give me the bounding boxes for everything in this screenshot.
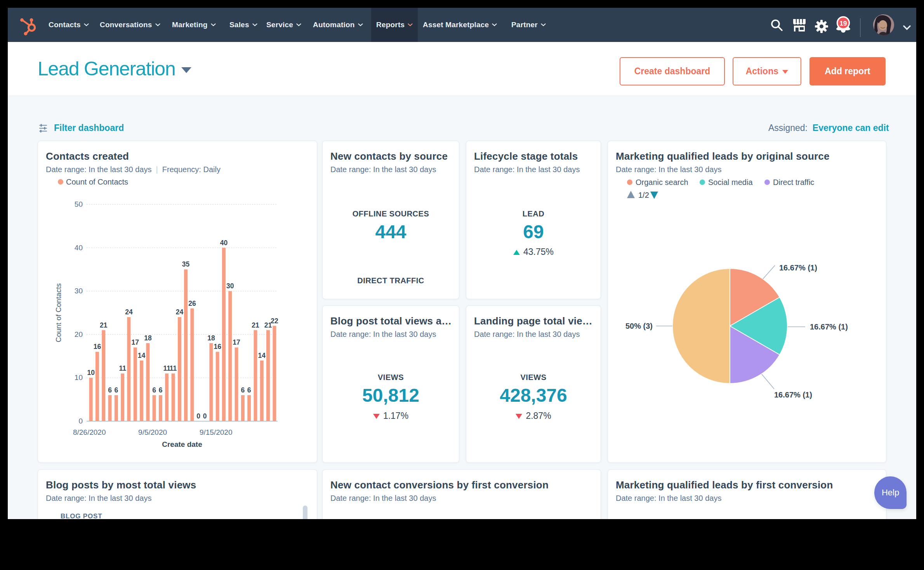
svg-text:17: 17: [131, 338, 139, 346]
svg-text:50: 50: [75, 200, 83, 208]
svg-text:6: 6: [159, 386, 163, 394]
svg-text:21: 21: [100, 321, 108, 329]
svg-text:9/15/2020: 9/15/2020: [200, 428, 233, 436]
svg-text:9/5/2020: 9/5/2020: [138, 428, 167, 436]
svg-text:50% (3): 50% (3): [625, 322, 653, 330]
svg-text:19: 19: [840, 20, 847, 27]
svg-text:0: 0: [196, 412, 200, 420]
svg-text:14: 14: [138, 352, 146, 359]
svg-text:16.67% (1): 16.67% (1): [774, 390, 812, 399]
svg-text:35: 35: [182, 260, 190, 268]
svg-text:16: 16: [94, 343, 101, 350]
svg-text:30: 30: [226, 282, 234, 290]
svg-text:Direct traffic: Direct traffic: [773, 178, 814, 187]
svg-text:40: 40: [220, 239, 228, 247]
svg-text:0: 0: [203, 412, 207, 420]
svg-text:11: 11: [170, 364, 177, 372]
svg-text:16.67% (1): 16.67% (1): [779, 263, 817, 272]
svg-text:10: 10: [87, 369, 95, 377]
svg-text:10: 10: [75, 373, 83, 382]
svg-text:24: 24: [125, 308, 133, 316]
svg-text:Count of Contacts: Count of Contacts: [66, 178, 128, 186]
svg-text:6: 6: [108, 386, 112, 394]
svg-text:6: 6: [152, 386, 156, 394]
svg-text:18: 18: [207, 334, 215, 342]
svg-text:Count of Contacts: Count of Contacts: [54, 283, 63, 342]
svg-text:16.67% (1): 16.67% (1): [810, 322, 848, 331]
svg-text:20: 20: [75, 330, 83, 338]
svg-text:17: 17: [233, 338, 240, 346]
svg-text:16: 16: [214, 343, 221, 350]
svg-text:Organic search: Organic search: [636, 178, 688, 187]
svg-text:40: 40: [75, 244, 83, 252]
svg-text:18: 18: [144, 334, 152, 342]
svg-text:30: 30: [75, 287, 83, 295]
svg-text:22: 22: [271, 317, 278, 325]
svg-text:14: 14: [258, 352, 266, 359]
svg-text:6: 6: [115, 386, 118, 394]
svg-text:8/26/2020: 8/26/2020: [73, 428, 106, 436]
svg-text:0: 0: [78, 417, 83, 425]
svg-text:24: 24: [176, 308, 184, 316]
svg-text:Create date: Create date: [162, 440, 202, 448]
svg-text:21: 21: [252, 321, 259, 329]
svg-text:1/2: 1/2: [638, 191, 649, 199]
svg-text:6: 6: [241, 386, 245, 394]
svg-text:11: 11: [119, 364, 126, 372]
svg-text:26: 26: [188, 300, 196, 307]
svg-text:6: 6: [247, 386, 251, 394]
svg-text:Social media: Social media: [708, 178, 753, 187]
